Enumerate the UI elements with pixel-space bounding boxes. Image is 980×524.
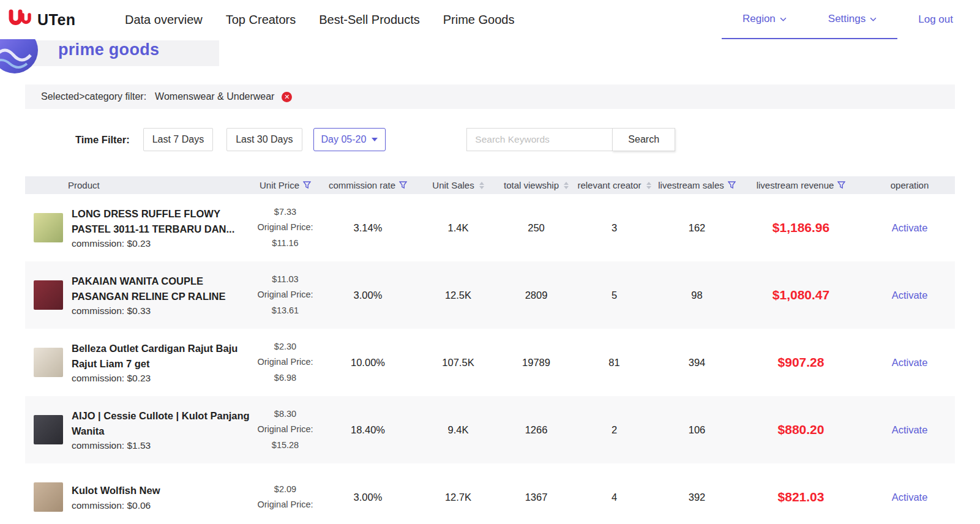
search-button[interactable]: Search: [612, 128, 675, 151]
search-group: Search: [466, 128, 675, 151]
livestream-sales-value: 394: [656, 357, 738, 369]
product-commission: commission: $0.06: [72, 500, 160, 511]
livestream-sales-value: 106: [656, 424, 738, 436]
filter-icon[interactable]: [399, 181, 407, 189]
livestream-sales-value: 392: [656, 492, 738, 503]
unit-sales-value: 1.4K: [417, 222, 499, 234]
original-price-label: Original Price:: [252, 287, 319, 302]
column-header-relevant-creator: relevant creator: [573, 180, 656, 190]
unit-sales-value: 107.5K: [417, 357, 499, 369]
product-name: Belleza Outlet Cardigan Rajut Baju Rajut…: [72, 341, 252, 372]
title-area: prime goods: [0, 39, 980, 69]
activate-button[interactable]: Activate: [892, 492, 928, 503]
commission-rate-value: 3.00%: [319, 492, 417, 503]
column-header-livestream-sales: livestream sales: [656, 180, 738, 190]
filter-bar-value: Womenswear & Underwear: [155, 91, 274, 102]
relevant-creator-value: 4: [573, 492, 656, 503]
commission-rate-value: 18.40%: [319, 424, 417, 436]
table-row: Belleza Outlet Cardigan Rajut Baju Rajut…: [25, 329, 955, 396]
livestream-revenue-value: $880.20: [738, 422, 864, 437]
uten-logo[interactable]: UTen: [7, 9, 125, 31]
column-header-livestream-revenue: livestream revenue: [738, 180, 864, 190]
original-price-label: Original Price:: [252, 220, 319, 235]
livestream-revenue-value: $907.28: [738, 355, 864, 370]
original-price-label: Original Price:: [252, 354, 319, 370]
relevant-creator-value: 3: [573, 222, 656, 234]
operation-cell: Activate: [864, 424, 956, 436]
unit-price: $11.03: [252, 272, 319, 287]
sort-icon[interactable]: [564, 182, 569, 189]
unit-price: $2.09: [252, 482, 319, 497]
commission-rate-value: 3.00%: [319, 290, 417, 301]
product-thumbnail: [34, 348, 63, 377]
product-cell: Belleza Outlet Cardigan Rajut Baju Rajut…: [25, 341, 252, 384]
top-navigation: UTen Data overview Top Creators Best-Sel…: [0, 0, 980, 39]
livestream-revenue-value: $821.03: [738, 490, 864, 504]
filter-bar-label: Selected>category filter:: [41, 91, 146, 102]
relevant-creator-value: 2: [573, 424, 656, 436]
chevron-down-icon: [870, 17, 877, 21]
activate-button[interactable]: Activate: [892, 357, 928, 368]
unit-price-cell: $11.03 Original Price: $13.61: [252, 272, 319, 318]
nav-right: Region Settings Log out: [722, 0, 974, 39]
chevron-down-icon: [372, 138, 378, 141]
unit-price-cell: $8.30 Original Price: $15.28: [252, 406, 319, 453]
relevant-creator-value: 81: [573, 357, 656, 369]
activate-button[interactable]: Activate: [892, 222, 928, 233]
operation-cell: Activate: [864, 290, 956, 301]
product-thumbnail: [34, 482, 63, 512]
table-header: Product Unit Price commission rate Unit …: [25, 176, 955, 194]
day-select-dropdown[interactable]: Day 05-20: [313, 128, 386, 151]
last-7-days-button[interactable]: Last 7 Days: [143, 128, 213, 151]
settings-dropdown[interactable]: Settings: [807, 0, 897, 39]
operation-cell: Activate: [864, 492, 956, 503]
commission-rate-value: 3.14%: [319, 222, 417, 234]
original-price-label: Original Price:: [252, 497, 319, 512]
region-label: Region: [742, 13, 776, 25]
product-name: AIJO | Cessie Cullote | Kulot Panjang Wa…: [72, 408, 252, 439]
nav-item-data-overview[interactable]: Data overview: [125, 13, 203, 27]
last-30-days-button[interactable]: Last 30 Days: [226, 128, 302, 151]
filter-icon[interactable]: [728, 181, 736, 189]
remove-filter-icon[interactable]: ✕: [282, 92, 292, 102]
selected-filter-bar: Selected>category filter: Womenswear & U…: [25, 84, 955, 109]
relevant-creator-value: 5: [573, 290, 656, 301]
filter-icon[interactable]: [837, 181, 845, 189]
region-dropdown[interactable]: Region: [722, 0, 807, 39]
product-commission: commission: $0.23: [72, 373, 252, 384]
search-input[interactable]: [466, 128, 612, 151]
column-header-total-viewship: total viewship: [499, 180, 573, 190]
nav-item-prime-goods[interactable]: Prime Goods: [443, 13, 515, 27]
logout-button[interactable]: Log out: [897, 0, 974, 39]
time-filter-label: Time Filter:: [75, 134, 130, 146]
brand-name: UTen: [37, 11, 76, 29]
activate-button[interactable]: Activate: [892, 424, 928, 435]
table-row: LONG DRESS RUFFLE FLOWY PASTEL 3011-11 T…: [25, 194, 955, 261]
original-price: $6.98: [252, 370, 319, 386]
unit-sales-value: 12.5K: [417, 290, 499, 301]
product-cell: AIJO | Cessie Cullote | Kulot Panjang Wa…: [25, 408, 252, 452]
unit-price: $2.30: [252, 339, 319, 354]
product-commission: commission: $1.53: [72, 440, 252, 451]
activate-button[interactable]: Activate: [892, 290, 928, 301]
product-name: LONG DRESS RUFFLE FLOWY PASTEL 3011-11 T…: [72, 206, 252, 237]
column-header-unit-price: Unit Price: [252, 180, 319, 190]
nav-item-best-sell-products[interactable]: Best-Sell Products: [319, 13, 420, 27]
original-price: $11.16: [252, 236, 319, 251]
filter-icon[interactable]: [303, 181, 311, 189]
total-viewship-value: 2809: [499, 290, 573, 301]
total-viewship-value: 250: [499, 222, 573, 234]
settings-label: Settings: [828, 13, 866, 25]
product-cell: Kulot Wolfish New commission: $0.06: [25, 482, 252, 512]
livestream-revenue-value: $1,186.96: [738, 220, 864, 235]
product-thumbnail: [34, 213, 63, 242]
table-row: Kulot Wolfish New commission: $0.06 $2.0…: [25, 463, 955, 524]
livestream-sales-value: 162: [656, 222, 738, 234]
product-commission: commission: $0.23: [72, 238, 252, 249]
sort-icon[interactable]: [479, 182, 484, 189]
table-row: AIJO | Cessie Cullote | Kulot Panjang Wa…: [25, 396, 955, 463]
nav-item-top-creators[interactable]: Top Creators: [226, 13, 296, 27]
page-title: prime goods: [58, 40, 159, 59]
unit-price-cell: $2.09 Original Price:: [252, 482, 319, 513]
sort-icon[interactable]: [646, 182, 651, 189]
